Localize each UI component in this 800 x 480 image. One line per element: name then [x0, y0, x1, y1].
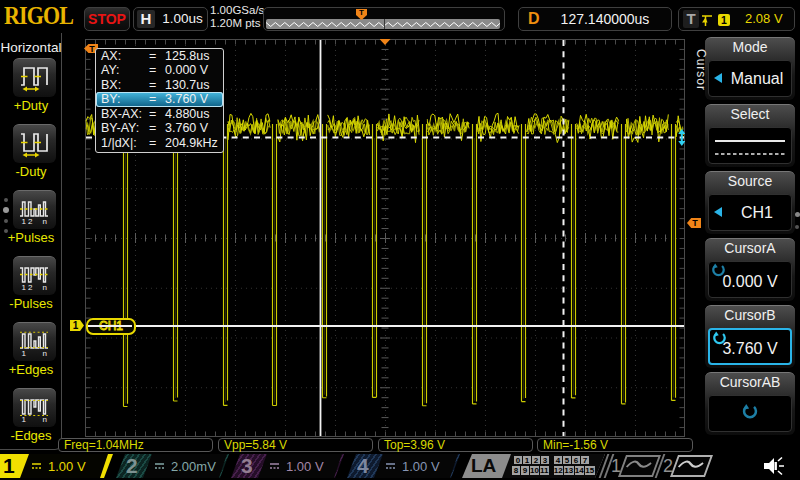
- svg-text:n: n: [43, 217, 47, 226]
- svg-text:2: 2: [28, 283, 33, 292]
- svg-text:1: 1: [22, 349, 27, 358]
- svg-text:n: n: [43, 349, 47, 358]
- svg-text:1: 1: [22, 217, 27, 226]
- svg-text:n: n: [43, 415, 47, 424]
- svg-text:1: 1: [22, 283, 27, 292]
- svg-text:n: n: [43, 283, 47, 292]
- svg-text:2: 2: [28, 217, 33, 226]
- svg-text:1: 1: [22, 415, 27, 424]
